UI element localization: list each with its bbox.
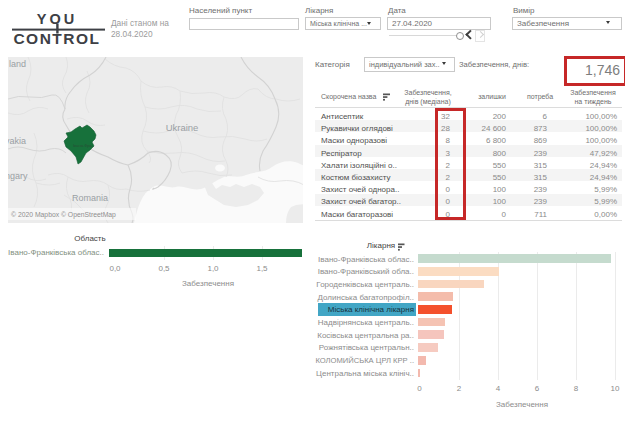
svg-text:land: land [9,59,26,69]
svg-text:ngary: ngary [8,171,28,181]
svg-text:Ukraine: Ukraine [166,122,199,133]
svg-text:vakia: vakia [8,136,26,146]
svg-text:© 2020 Mapbox © OpenStreetMap: © 2020 Mapbox © OpenStreetMap [11,211,116,219]
svg-text:Івано-Фра..: Івано-Фра.. [73,143,94,148]
svg-text:Romania: Romania [72,193,108,203]
